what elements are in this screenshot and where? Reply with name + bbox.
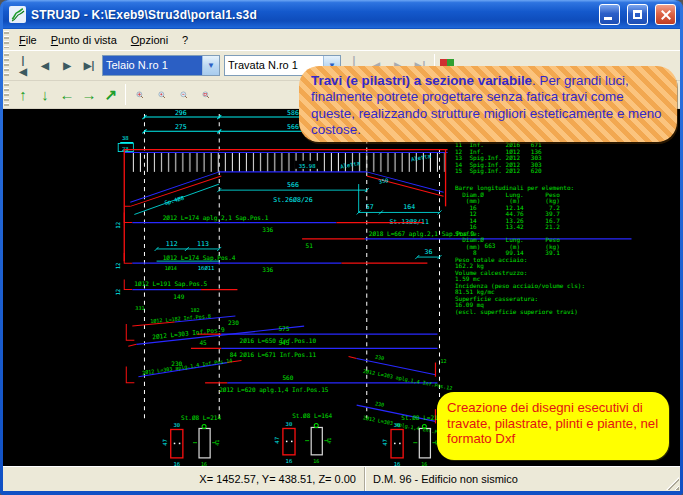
balloon-bold-text: Travi (e pilastri) a sezione variabile xyxy=(311,73,532,88)
cad-dim-label: Sp.4Ø8 xyxy=(164,195,185,207)
minimize-button[interactable] xyxy=(599,4,620,25)
icon-pixel xyxy=(447,59,454,66)
zoom-window-icon xyxy=(202,86,210,104)
window-title: STRU3D - K:\Exeb9\Stru3d\portal1.s3d xyxy=(31,8,592,22)
status-bar: X= 1452.57, Y= 438.51, Z= 0.00 D.M. 96 -… xyxy=(3,466,680,491)
menu-file[interactable]: File xyxy=(12,31,44,49)
note-text: Creazione dei disegni esecutivi di trava… xyxy=(447,400,658,446)
pan-up-button[interactable]: ↑ xyxy=(12,84,34,106)
close-icon xyxy=(660,9,672,21)
cad-dim-label: 38 xyxy=(122,135,129,141)
cad-dim-label: 566 xyxy=(287,181,299,189)
cad-rebar-num: 560 xyxy=(282,374,293,381)
menu-help[interactable]: ? xyxy=(175,31,195,49)
menu-grip[interactable] xyxy=(4,31,9,48)
zoom-extents-icon xyxy=(136,86,144,104)
status-design-code: D.M. 96 - Edificio non sismico xyxy=(365,467,680,491)
cad-rebar-label: 2Ø12 L=620 aplg.1,4 Inf.Pos.15 xyxy=(219,386,329,394)
prev-frame-button[interactable]: ◀ xyxy=(34,55,56,77)
first-frame-button[interactable]: |◀ xyxy=(12,55,34,77)
cad-rebar-num: 545 xyxy=(278,339,289,346)
toolbar2-grip[interactable] xyxy=(4,83,9,106)
cad-dim-label: 112 xyxy=(166,240,178,248)
cad-dim-label: 36 xyxy=(424,248,432,256)
cad-rebar-num: 51 xyxy=(306,242,314,249)
cad-dim-label: 164 xyxy=(403,203,415,211)
cad-stirrup-label: St.13Ø8/11 xyxy=(389,218,429,226)
next-frame-button[interactable]: ▶ xyxy=(56,55,78,77)
cad-rebar-label: 1Ø12 L=191 Sap.Pos.5 xyxy=(134,280,207,288)
cad-rebar-num: 182 xyxy=(190,307,199,313)
app-window: STRU3D - K:\Exeb9\Stru3d\portal1.s3d Fil… xyxy=(0,0,683,495)
cad-dim-label: 47 xyxy=(274,437,280,444)
cad-dim-label: 41 xyxy=(214,440,220,446)
frame-select[interactable]: Telaio N.ro 1 ▼ xyxy=(102,55,220,76)
cad-rebar-label: 1Ø12 L=182 Inf.Pos.8 xyxy=(150,313,211,324)
pan-left-button[interactable]: ← xyxy=(56,84,78,106)
cad-dim-label: 113 xyxy=(197,240,209,248)
cad-rebar-num: 230 xyxy=(375,354,385,362)
status-coordinates: X= 1452.57, Y= 438.51, Z= 0.00 xyxy=(3,467,365,491)
cad-rebar-label: 1Ø12 L=174 Sap.Pos.4 xyxy=(163,254,236,262)
cad-dim-label: 275 xyxy=(175,123,187,131)
cad-dim-label: 47 xyxy=(382,439,388,446)
menu-punto-di-vista[interactable]: Punto di vista xyxy=(44,31,124,49)
cad-dim-label: 57 xyxy=(366,203,374,211)
cad-axis-mark: 12 xyxy=(441,358,447,364)
zoom-window-button[interactable] xyxy=(195,84,217,106)
maximize-icon xyxy=(633,10,642,19)
cad-rebar-num: 230 xyxy=(375,400,385,408)
menu-bar: File Punto di vista Opzioni ? xyxy=(3,29,680,51)
zoom-extents-button[interactable] xyxy=(129,84,151,106)
frame-nav-group: |◀ ◀ ▶ ▶| xyxy=(12,55,100,77)
cad-dim-label: 16 xyxy=(313,458,319,464)
toolbar1-grip[interactable] xyxy=(4,53,9,78)
pan-down-button[interactable]: ↓ xyxy=(34,84,56,106)
pan-diagonal-button[interactable]: ↗ xyxy=(100,84,122,106)
cad-stirrup-label: St.26Ø8/26 xyxy=(273,196,313,204)
cad-rebar-num: 336 xyxy=(262,266,273,273)
cad-axis-mark: 12 xyxy=(115,222,121,229)
cad-rebar-label: 1Ø14 xyxy=(165,265,177,271)
chevron-down-icon[interactable]: ▼ xyxy=(202,56,219,75)
cad-section-title: St.Ø8 L=214 xyxy=(401,414,441,421)
cad-axis-mark: 12 xyxy=(115,289,121,296)
title-bar[interactable]: STRU3D - K:\Exeb9\Stru3d\portal1.s3d xyxy=(3,0,680,29)
cad-dim-label: 35.98 xyxy=(299,163,316,169)
cad-section-title: St.Ø8 L=164 xyxy=(292,412,332,419)
cad-rebar-label: 2Ø12 L=174 aplg.2,1 Sap.Pos.1 xyxy=(163,214,269,222)
maximize-button[interactable] xyxy=(627,4,648,25)
cad-dim-label: 30 xyxy=(394,422,401,428)
cad-dim-label: 47 xyxy=(162,439,168,446)
cad-dim-label: 350 xyxy=(378,177,389,185)
cad-dim-label: 296 xyxy=(175,109,187,117)
icon-pixel xyxy=(440,59,447,66)
section-group-1 xyxy=(171,424,216,457)
last-frame-button[interactable]: ▶| xyxy=(78,55,100,77)
feature-balloon: Travi (e pilastri) a sezione variabile. … xyxy=(299,66,677,142)
cad-dim-label: 30 xyxy=(286,421,293,427)
app-icon xyxy=(9,6,26,23)
cad-section-title: St.Ø8 L=214 xyxy=(181,414,221,421)
cad-dim-label: 16Ø11 xyxy=(198,265,215,271)
section-group-2 xyxy=(283,423,328,454)
cad-dim-label: 41 xyxy=(326,438,332,444)
zoom-out-icon xyxy=(180,86,188,104)
cad-dim-label: 566 xyxy=(287,123,299,131)
zoom-out-button[interactable] xyxy=(173,84,195,106)
menu-opzioni[interactable]: Opzioni xyxy=(124,31,175,49)
zoom-in-button[interactable] xyxy=(151,84,173,106)
cad-rebar-label: 2Ø16 L=671 Inf.Pos.11 xyxy=(240,351,317,358)
cad-rebar-num: 230 xyxy=(228,319,239,326)
frame-select-value: Telaio N.ro 1 xyxy=(103,56,202,75)
close-button[interactable] xyxy=(655,4,676,25)
cad-dim-label: 16 xyxy=(286,458,293,464)
cad-rebar-num: 149 xyxy=(173,293,184,300)
cad-rebar-num: 45 xyxy=(199,339,207,346)
dxf-note: Creazione dei disegni esecutivi di trava… xyxy=(437,392,669,460)
zoom-in-icon xyxy=(158,86,166,104)
pan-right-button[interactable]: → xyxy=(78,84,100,106)
cad-rebar-num: 575 xyxy=(278,325,289,332)
cad-dim-label: 23 xyxy=(122,146,129,152)
cad-rebar-num: 331 xyxy=(135,305,144,311)
